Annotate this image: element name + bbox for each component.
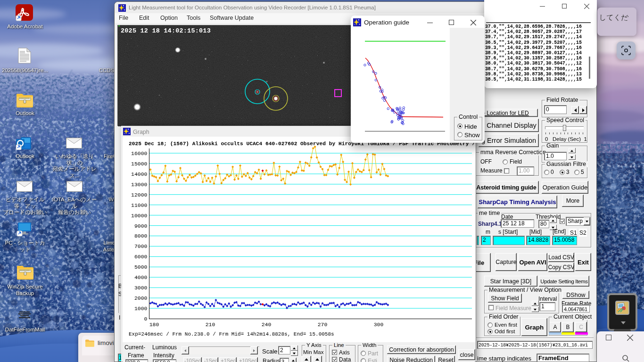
svg-text:300: 300 [374, 321, 384, 328]
svg-text:2025 12 18 14:02:15:013: 2025 12 18 14:02:15:013 [121, 27, 211, 34]
svg-text:8000: 8000 [134, 233, 148, 239]
svg-text:15000: 15000 [131, 161, 148, 167]
svg-text:4000: 4000 [134, 274, 148, 280]
svg-text:12000: 12000 [131, 192, 148, 198]
svg-text:9000: 9000 [134, 223, 148, 229]
svg-text:1000: 1000 [134, 305, 148, 312]
svg-text:240: 240 [262, 321, 272, 328]
svg-text:210: 210 [206, 321, 215, 328]
svg-text:6000: 6000 [134, 254, 148, 260]
svg-text:0: 0 [144, 316, 148, 322]
svg-text:13000: 13000 [131, 181, 148, 188]
svg-text:270: 270 [318, 321, 328, 328]
svg-text:16000: 16000 [131, 150, 148, 156]
svg-text:14000: 14000 [131, 171, 148, 177]
svg-text:10000: 10000 [131, 213, 148, 219]
svg-text:2000: 2000 [134, 295, 148, 301]
svg-text:180: 180 [149, 321, 159, 328]
svg-text:11000: 11000 [131, 202, 148, 208]
svg-text:5000: 5000 [134, 264, 148, 270]
svg-text:3000: 3000 [134, 285, 148, 291]
svg-text:Exp=246msec / Frm No.238.0 / F: Exp=246msec / Frm No.238.0 / Frm Mid= 14… [129, 331, 334, 337]
svg-text:7000: 7000 [134, 243, 148, 249]
